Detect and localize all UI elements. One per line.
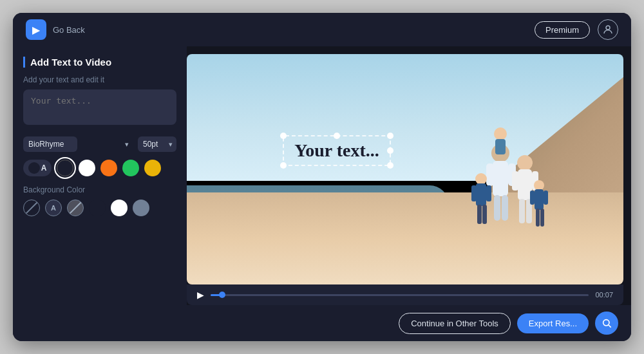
bg-color-label: Background Color	[23, 185, 176, 194]
go-back-link[interactable]: Go Back	[53, 25, 85, 35]
text-style-toggle[interactable]: A	[23, 160, 52, 176]
svg-rect-16	[476, 183, 486, 206]
text-input-label: Add your text and edit it	[23, 75, 176, 84]
sidebar-title: Add Text to Video	[23, 57, 176, 68]
bg-swatch-black[interactable]	[89, 200, 106, 216]
color-swatch-orange[interactable]	[100, 160, 117, 176]
video-controls: ▶ 00:07	[187, 284, 623, 305]
video-text-overlay[interactable]: Your text...	[283, 135, 391, 166]
svg-rect-24	[544, 191, 548, 205]
video-scene	[187, 54, 623, 284]
svg-rect-10	[518, 169, 532, 200]
sidebar: Add Text to Video Add your text and edit…	[13, 46, 187, 305]
svg-point-21	[534, 180, 544, 191]
play-button[interactable]: ▶	[197, 290, 204, 300]
search-fab[interactable]	[595, 312, 618, 335]
svg-point-7	[494, 127, 507, 140]
text-style-inner: A	[28, 162, 47, 174]
video-container: Your text...	[187, 54, 623, 284]
bg-swatch-gray[interactable]	[133, 200, 149, 216]
main-content: Add Text to Video Add your text and edit…	[13, 46, 631, 305]
progress-bar[interactable]	[211, 294, 589, 296]
svg-point-9	[517, 155, 533, 171]
video-area: Your text... ▶ 00:07	[187, 46, 631, 305]
svg-point-0	[606, 26, 610, 30]
color-swatch-green[interactable]	[122, 160, 139, 176]
top-bar-left: ▶ Go Back	[26, 19, 85, 40]
font-size-select[interactable]: 50pt	[138, 136, 176, 152]
bg-swatch-blur[interactable]	[67, 200, 84, 216]
continue-button[interactable]: Continue in Other Tools	[399, 313, 511, 334]
svg-rect-3	[486, 163, 494, 186]
svg-rect-22	[535, 189, 544, 210]
svg-rect-5	[494, 195, 500, 221]
svg-rect-25	[536, 209, 540, 227]
svg-rect-2	[493, 161, 508, 196]
top-bar-right: Premium	[535, 19, 618, 40]
bg-swatch-a[interactable]: A	[45, 200, 62, 216]
logo-icon: ▶	[32, 24, 40, 36]
font-family-wrapper: BioRhyme	[23, 136, 133, 152]
handle-tl	[280, 133, 287, 139]
export-button[interactable]: Export Res...	[517, 313, 589, 333]
handle-bl	[280, 162, 287, 169]
svg-rect-20	[482, 205, 487, 224]
user-avatar[interactable]	[598, 19, 618, 40]
svg-rect-23	[530, 191, 535, 205]
bg-swatch-none[interactable]	[23, 200, 40, 216]
svg-rect-6	[502, 195, 508, 221]
svg-point-15	[475, 173, 487, 185]
progress-fill	[211, 294, 222, 296]
svg-rect-11	[512, 171, 518, 191]
handle-br	[387, 162, 393, 169]
color-swatch-white[interactable]	[79, 160, 95, 176]
svg-rect-17	[471, 185, 477, 201]
search-icon	[601, 318, 612, 328]
color-swatch-black[interactable]	[57, 160, 73, 176]
font-size-wrapper: 50pt	[138, 136, 176, 152]
svg-rect-26	[540, 209, 544, 227]
text-color-row: A	[23, 160, 176, 176]
svg-point-27	[603, 320, 609, 326]
bg-color-row: A	[23, 200, 176, 216]
font-row: BioRhyme 50pt	[23, 136, 176, 152]
bottom-bar: Continue in Other Tools Export Res...	[13, 305, 631, 341]
svg-rect-13	[519, 199, 525, 223]
premium-button[interactable]: Premium	[535, 21, 590, 39]
svg-rect-8	[495, 139, 506, 154]
text-a-label: A	[41, 163, 47, 172]
text-input[interactable]	[23, 89, 176, 125]
toggle-circle	[28, 162, 40, 174]
svg-rect-18	[486, 185, 491, 201]
font-family-select[interactable]: BioRhyme	[23, 136, 77, 152]
app-window: ▶ Go Back Premium Add Text to Video Add …	[13, 13, 631, 341]
svg-rect-19	[477, 205, 482, 224]
overlay-text: Your text...	[294, 140, 379, 160]
handle-tr	[387, 133, 393, 139]
people-svg	[430, 115, 571, 243]
bg-swatch-white[interactable]	[111, 200, 128, 216]
progress-thumb	[219, 292, 225, 298]
color-swatch-yellow[interactable]	[144, 160, 161, 176]
time-display: 00:07	[595, 291, 613, 299]
top-bar: ▶ Go Back Premium	[13, 13, 631, 46]
svg-line-28	[609, 325, 611, 328]
app-logo: ▶	[26, 19, 46, 40]
